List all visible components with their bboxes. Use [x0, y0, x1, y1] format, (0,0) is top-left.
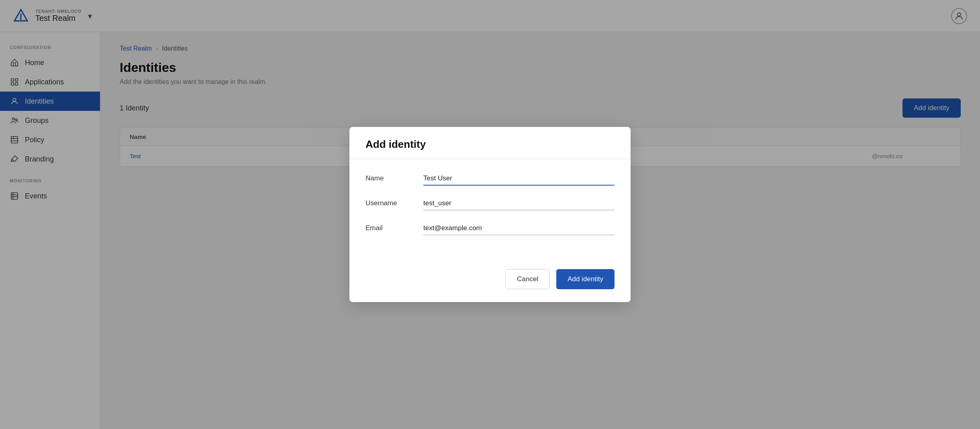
- form-row-name: Name: [365, 172, 615, 186]
- form-label-username: Username: [365, 199, 414, 210]
- modal-footer: Cancel Add identity: [349, 259, 631, 302]
- name-input[interactable]: [423, 172, 615, 186]
- form-input-wrapper-name: [423, 172, 615, 186]
- form-input-wrapper-username: [423, 197, 615, 210]
- add-identity-modal: Add identity Name Username Email: [349, 127, 631, 302]
- form-row-email: Email: [365, 222, 615, 235]
- modal-overlay: Add identity Name Username Email: [0, 0, 980, 429]
- modal-title: Add identity: [365, 138, 615, 151]
- confirm-add-identity-button[interactable]: Add identity: [556, 269, 615, 289]
- form-input-wrapper-email: [423, 222, 615, 235]
- modal-body: Name Username Email: [349, 159, 631, 259]
- modal-header: Add identity: [349, 127, 631, 159]
- form-label-name: Name: [365, 174, 414, 186]
- username-input[interactable]: [423, 197, 615, 210]
- email-input[interactable]: [423, 222, 615, 235]
- form-label-email: Email: [365, 224, 414, 235]
- form-row-username: Username: [365, 197, 615, 210]
- cancel-button[interactable]: Cancel: [505, 269, 550, 289]
